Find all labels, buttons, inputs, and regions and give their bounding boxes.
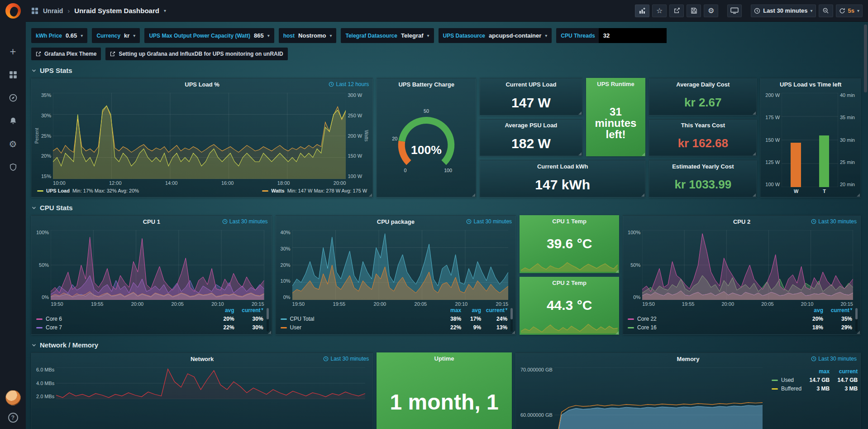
- server-admin-shield-icon[interactable]: [8, 162, 18, 172]
- panel-title-cpu1[interactable]: CPU 1 Last 30 minutes: [32, 216, 272, 227]
- cpu-threads-input[interactable]: [599, 28, 667, 43]
- clock-icon: [811, 219, 816, 224]
- row-header-network-memory[interactable]: Network / Memory: [31, 341, 861, 349]
- legend-series-core6[interactable]: Core 6: [36, 316, 208, 322]
- battery-gauge: 0 20 50 100 100%: [377, 90, 476, 197]
- panel-title-load-vs-time[interactable]: UPS Load vs Time left: [761, 78, 860, 90]
- ups-load-chart[interactable]: Percent35%30%25%20%15%300 W250 W200 W150…: [32, 90, 372, 186]
- time-range-picker[interactable]: Last 30 minutes ▾: [751, 5, 816, 17]
- panel-cpu-package: CPU package Last 30 minutes 40%30%20%10%…: [276, 215, 516, 335]
- row-header-ups-stats[interactable]: UPS Stats: [31, 67, 861, 74]
- cpu2-temp-sparkline: [521, 322, 618, 333]
- legend-series-used[interactable]: Used: [772, 377, 801, 383]
- external-link-icon: [36, 51, 41, 57]
- legend-scrollbar[interactable]: [510, 308, 513, 332]
- dashboard-title[interactable]: Unraid System Dashboard: [74, 7, 159, 14]
- panel-title-network[interactable]: Network Last 30 minutes: [32, 353, 372, 365]
- time-override-badge: Last 30 minutes: [811, 353, 857, 365]
- load-vs-time-bar-chart[interactable]: 200 W175 W150 W125 W100 W40 min35 min30 …: [761, 90, 860, 197]
- panel-uptime: Uptime 1 month, 1: [377, 352, 512, 429]
- panel-memory: Memory Last 30 minutes 70.000000 GB60.00…: [515, 352, 861, 429]
- row-header-cpu-stats[interactable]: CPU Stats: [31, 204, 861, 212]
- dashboards-grid-icon[interactable]: [8, 70, 18, 80]
- refresh-caret-icon: ▾: [857, 8, 859, 13]
- grafana-logo-icon[interactable]: [5, 3, 21, 19]
- variable-currency[interactable]: Currency kr ▾: [92, 28, 140, 43]
- variable-ups-datasource[interactable]: UPS Datasource apcupsd-container ▾: [439, 28, 552, 43]
- gauge-threshold-arc: [401, 141, 409, 163]
- scrollbar-thumb[interactable]: [864, 24, 867, 92]
- title-caret-icon[interactable]: ▾: [164, 8, 166, 13]
- legend-item-ups-load[interactable]: UPS Load Min: 17% Max: 32% Avg: 20%: [37, 188, 139, 193]
- legend-series-user[interactable]: User: [281, 324, 439, 331]
- memory-chart[interactable]: 70.000000 GB60.000000 GB50.000000 GB: [516, 365, 770, 429]
- variable-kwh-price[interactable]: kWh Price 0.65 ▾: [31, 28, 87, 43]
- dashboard-links-row: Grafana Plex Theme Setting up Grafana an…: [31, 48, 861, 60]
- help-icon[interactable]: ?: [8, 413, 18, 423]
- share-button[interactable]: [669, 5, 684, 17]
- panel-estimated-yearly-cost: Estimated Yearly Cost kr 1033.99: [649, 160, 757, 198]
- refresh-icon: [839, 8, 845, 14]
- legend-series-core22[interactable]: Core 22: [628, 316, 797, 322]
- time-range-caret-icon: ▾: [810, 8, 812, 13]
- legend-item-watts[interactable]: Watts Min: 147 W Max: 278 W Avg: 175 W: [262, 188, 367, 193]
- caret-down-icon: ▾: [81, 33, 83, 38]
- sort-caret-icon: ▾: [262, 307, 263, 313]
- legend-series-buffered[interactable]: Buffered: [772, 386, 801, 392]
- variable-ups-max-output[interactable]: UPS Max Output Power Capacity (Watt) 865…: [144, 28, 274, 43]
- apps-grid-icon[interactable]: [31, 7, 38, 14]
- refresh-button[interactable]: 5s ▾: [836, 5, 863, 17]
- link-ups-monitoring-guide[interactable]: Setting up Grafana and InfluxDB for UPS …: [105, 48, 287, 60]
- panel-title-cpu2[interactable]: CPU 2 Last 30 minutes: [623, 216, 860, 227]
- chevron-down-icon: [31, 68, 37, 73]
- stat-value: 147 kWh: [480, 172, 645, 197]
- add-panel-button[interactable]: [635, 5, 649, 17]
- panel-ups-load-vs-time-left: UPS Load vs Time left 200 W175 W150 W125…: [760, 78, 861, 198]
- panel-title-memory[interactable]: Memory Last 30 minutes: [516, 353, 860, 365]
- time-override-badge: Last 30 minutes: [222, 216, 268, 227]
- panel-ups-runtime: UPS Runtime 31 minutes left!: [586, 78, 646, 156]
- panel-title-ups-load[interactable]: UPS Load % Last 12 hours: [32, 78, 372, 90]
- tv-mode-button[interactable]: [727, 5, 742, 17]
- legend-series-cpu-total[interactable]: CPU Total: [281, 316, 439, 322]
- network-chart[interactable]: 6.0 MBs4.0 MBs2.0 MBs: [32, 365, 372, 406]
- caret-down-icon: ▾: [133, 33, 135, 38]
- legend-scrollbar[interactable]: [267, 308, 269, 332]
- variable-telegraf-datasource[interactable]: Telegraf Datasource Telegraf ▾: [341, 28, 434, 43]
- panel-title-cpu-package[interactable]: CPU package Last 30 minutes: [276, 216, 516, 227]
- breadcrumb-app[interactable]: Unraid: [43, 7, 63, 14]
- legend-scrollbar[interactable]: [855, 308, 858, 332]
- dashboard-canvas: kWh Price 0.65 ▾ Currency kr ▾ UPS Max O…: [26, 22, 868, 429]
- variable-host[interactable]: host Nostromo ▾: [279, 28, 337, 43]
- caret-down-icon: ▾: [545, 33, 547, 38]
- zoom-out-button[interactable]: [819, 5, 833, 17]
- cpu-temp-column: CPU 1 Temp 39.6 °C CPU 2 Temp 44.3 °C: [520, 215, 619, 335]
- series-color-swatch: [36, 318, 43, 320]
- series-color-swatch: [772, 380, 778, 381]
- clock-icon: [811, 356, 816, 362]
- time-override-badge: Last 30 minutes: [811, 216, 857, 227]
- user-avatar[interactable]: [5, 390, 21, 405]
- legend-series-core7[interactable]: Core 7: [36, 324, 208, 331]
- cpu2-legend: avg current▾ Core 22 20% 35% Core 16 18%…: [623, 307, 860, 334]
- alerting-bell-icon[interactable]: [8, 116, 18, 126]
- link-grafana-plex-theme[interactable]: Grafana Plex Theme: [31, 48, 101, 60]
- series-color-swatch: [37, 190, 43, 192]
- legend-series-core16[interactable]: Core 16: [628, 324, 797, 331]
- series-color-swatch: [262, 190, 268, 192]
- save-button[interactable]: [687, 5, 701, 17]
- cpu2-chart[interactable]: 100%50%0%19:5019:5520:0020:0520:1020:15: [623, 227, 860, 307]
- page-scrollbar: [864, 24, 867, 427]
- create-plus-icon[interactable]: +: [8, 47, 18, 57]
- cpu1-chart[interactable]: 100%50%0%19:5019:5520:0020:0520:1020:15: [32, 227, 272, 307]
- settings-gear-button[interactable]: ⚙: [704, 5, 718, 17]
- configuration-gear-icon[interactable]: ⚙: [8, 139, 18, 149]
- panel-title-battery[interactable]: UPS Battery Charge: [377, 78, 476, 90]
- favorite-star-button[interactable]: ☆: [652, 5, 667, 17]
- stat-value: 1 month, 1: [377, 364, 512, 429]
- stat-value: kr 162.68: [649, 131, 756, 156]
- panel-network: Network Last 30 minutes 6.0 MBs4.0 MBs2.…: [31, 352, 373, 429]
- cpu-package-chart[interactable]: 40%30%20%10%0%19:5019:5520:0020:0520:102…: [276, 227, 516, 307]
- explore-compass-icon[interactable]: [8, 93, 18, 103]
- navbar: Unraid › Unraid System Dashboard ▾ ☆ ⚙ L…: [26, 0, 868, 22]
